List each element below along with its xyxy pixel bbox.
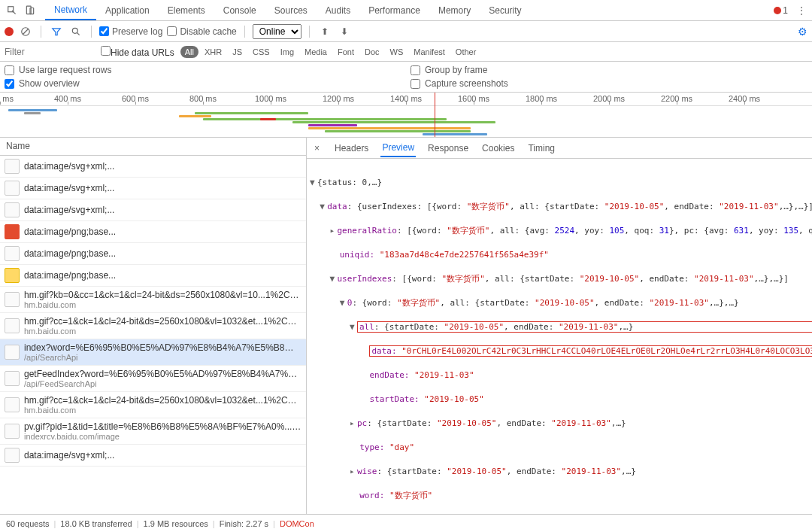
request-thumb-icon [5, 292, 20, 307]
request-thumb-icon [5, 345, 20, 360]
group-by-frame-label: Group by frame [425, 65, 487, 75]
type-filter-img[interactable]: Img [276, 46, 298, 58]
request-row[interactable]: data:image/png;base... [0, 265, 306, 287]
enddate-val: "2019-11-03" [414, 370, 474, 380]
capture-screenshots-checkbox[interactable]: Capture screenshots [411, 78, 807, 89]
request-row[interactable]: data:image/png;base... [0, 221, 306, 243]
request-row[interactable]: hm.gif?kb=0&cc=1&ck=1&cl=24-bit&ds=2560x… [0, 287, 306, 313]
uniqid-key: uniqid: [340, 250, 374, 260]
request-thumb-icon [5, 397, 20, 412]
large-rows-checkbox[interactable]: Use large request rows [5, 65, 401, 75]
type-filter-css[interactable]: CSS [248, 46, 274, 58]
filter-toggle-icon[interactable] [49, 24, 64, 39]
timeline-cursor [435, 93, 435, 137]
tick-label: 1800 ms [526, 94, 557, 103]
detail-tab-timing[interactable]: Timing [526, 140, 556, 157]
throttle-select[interactable]: Online [253, 24, 301, 39]
request-row[interactable]: data:image/svg+xml;... [0, 445, 306, 467]
type-filter-media[interactable]: Media [300, 46, 332, 58]
request-name: data:image/png;base... [24, 270, 301, 281]
svg-line-4 [23, 29, 29, 34]
error-count[interactable]: 1 [774, 5, 788, 16]
request-name: data:image/svg+xml;... [24, 205, 301, 215]
request-row[interactable]: index?word=%E6%95%B0%E5%AD%97%E8%B4%A7%E… [0, 339, 306, 366]
type-filter-manifest[interactable]: Manifest [409, 46, 450, 58]
kebab-menu-icon[interactable]: ⋮ [794, 5, 809, 16]
request-name: hm.gif?cc=1&ck=1&cl=24-bit&ds=2560x1080&… [24, 316, 301, 327]
request-row[interactable]: pv.gif?pid=1&tid=1&title=%E8%B6%B8%E5%8A… [0, 418, 306, 445]
type-filter-ws[interactable]: WS [386, 46, 408, 58]
tab-elements[interactable]: Elements [159, 0, 214, 20]
type-filter-xhr[interactable]: XHR [200, 46, 226, 58]
request-thumb-icon [5, 246, 20, 261]
detail-tabs: × Headers Preview Response Cookies Timin… [307, 138, 812, 159]
detail-tab-headers[interactable]: Headers [333, 140, 370, 157]
request-row[interactable]: hm.gif?cc=1&ck=1&cl=24-bit&ds=2560x1080&… [0, 313, 306, 339]
tick-label: 600 ms [122, 94, 149, 103]
tab-network[interactable]: Network [45, 0, 96, 20]
request-row[interactable]: data:image/svg+xml;... [0, 156, 306, 178]
tab-console[interactable]: Console [214, 0, 265, 20]
type-filter-other[interactable]: Other [451, 46, 481, 58]
request-row[interactable]: data:image/png;base... [0, 243, 306, 265]
tick-label: 1200 ms [323, 94, 354, 103]
request-row[interactable]: hm.gif?cc=1&ck=1&cl=24-bit&ds=2560x1080&… [0, 392, 306, 418]
status-requests: 60 requests [6, 519, 49, 528]
tab-application[interactable]: Application [96, 0, 159, 20]
request-thumb-icon [5, 159, 20, 174]
detail-tab-cookies[interactable]: Cookies [480, 140, 516, 157]
tick-label: 1400 ms [390, 94, 422, 103]
detail-tab-preview[interactable]: Preview [380, 139, 416, 157]
search-icon[interactable] [68, 24, 83, 39]
inspect-icon[interactable] [3, 2, 21, 20]
type-key: type: [359, 442, 384, 452]
request-row[interactable]: data:image/svg+xml;... [0, 178, 306, 199]
tick-label: 1000 ms [255, 94, 286, 103]
request-name: pv.gif?pid=1&tid=1&title=%E8%B6%B8%E5%8A… [24, 421, 301, 432]
disable-cache-label: Disable cache [180, 26, 236, 37]
hide-data-urls-checkbox[interactable]: Hide data URLs [101, 46, 174, 58]
request-row[interactable]: getFeedIndex?word=%E6%95%B0%E5%AD%97%E8%… [0, 366, 306, 392]
type-filter-js[interactable]: JS [228, 46, 247, 58]
status-resources: 1.9 MB resources [144, 519, 208, 528]
request-domain: indexrcv.baidu.com/image [24, 432, 301, 441]
detail-tab-response[interactable]: Response [426, 140, 470, 157]
tab-sources[interactable]: Sources [265, 0, 317, 20]
preserve-log-checkbox[interactable]: Preserve log [99, 26, 162, 37]
disable-cache-checkbox[interactable]: Disable cache [167, 26, 236, 37]
enddate-key: endDate: [369, 370, 409, 380]
request-name: index?word=%E6%95%B0%E5%AD%97%E8%B4%A7%E… [24, 342, 301, 353]
type-filter-font[interactable]: Font [333, 46, 359, 58]
type-filter-all[interactable]: All [180, 46, 198, 58]
tab-security[interactable]: Security [480, 0, 530, 20]
upload-har-icon[interactable]: ⬆ [317, 24, 332, 39]
svg-point-5 [72, 28, 77, 33]
request-list-header[interactable]: Name [0, 138, 306, 156]
type-filter-doc[interactable]: Doc [360, 46, 384, 58]
download-har-icon[interactable]: ⬇ [337, 24, 352, 39]
tab-audits[interactable]: Audits [317, 0, 359, 20]
request-row[interactable]: data:image/svg+xml;... [0, 199, 306, 221]
error-count-value: 1 [783, 5, 788, 16]
request-thumb-icon [5, 318, 20, 333]
tick-label: 2400 ms [729, 94, 760, 103]
tab-performance[interactable]: Performance [359, 0, 429, 20]
preview-tree[interactable]: ▼{status: 0,…} ▼data: data: {userIndexes… [307, 159, 812, 514]
clear-button[interactable] [18, 24, 33, 39]
group-by-frame-checkbox[interactable]: Group by frame [411, 65, 807, 75]
request-name: data:image/svg+xml;... [24, 450, 301, 461]
timeline-overview[interactable]: 200 ms 400 ms 600 ms 800 ms 1000 ms 1200… [0, 93, 812, 138]
tab-memory[interactable]: Memory [429, 0, 480, 20]
type-val: "day" [389, 442, 414, 452]
show-overview-checkbox[interactable]: Show overview [5, 78, 401, 89]
request-list: Name data:image/svg+xml;...data:image/sv… [0, 138, 307, 514]
word-val: "数字货币" [389, 491, 432, 500]
request-thumb-icon [5, 448, 20, 463]
record-button[interactable] [5, 27, 14, 36]
close-detail-icon[interactable]: × [311, 143, 323, 154]
device-toggle-icon[interactable] [21, 2, 39, 20]
status-finish: Finish: 2.27 s [220, 519, 268, 528]
data-val: "0rCHL0rE4L002OLrC42Lr0C3LrHHCLr4CCLO40r… [401, 346, 812, 356]
filter-input[interactable] [5, 47, 95, 57]
settings-gear-icon[interactable]: ⚙ [798, 26, 807, 38]
